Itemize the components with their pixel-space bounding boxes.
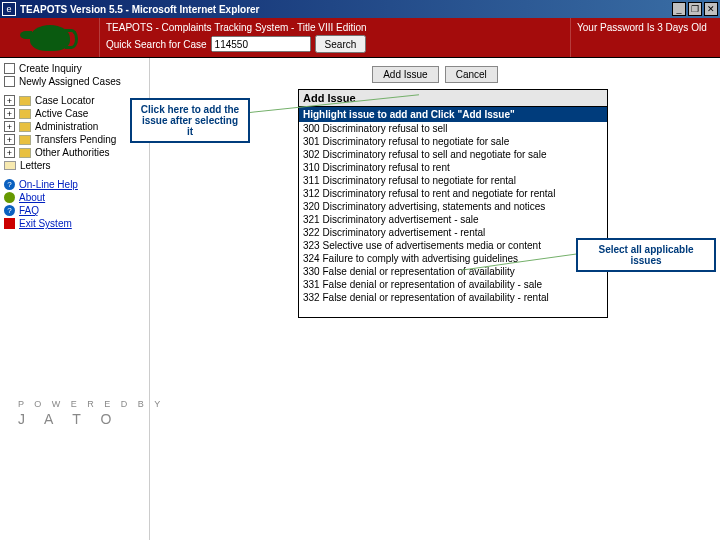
sidebar-tree-item[interactable]: +Administration: [2, 120, 147, 133]
plus-icon: +: [4, 108, 15, 119]
powered-line2: J A T O: [18, 410, 164, 430]
powered-by: P O W E R E D B Y J A T O: [18, 398, 164, 430]
sidebar-link-item[interactable]: About: [2, 191, 147, 204]
powered-line1: P O W E R E D B Y: [18, 398, 164, 411]
folder-icon: [19, 96, 31, 106]
window-controls: _ ❐ ✕: [672, 2, 718, 16]
cancel-button[interactable]: Cancel: [445, 66, 498, 83]
sidebar-link-item[interactable]: ?On-Line Help: [2, 178, 147, 191]
sidebar-item-label: Newly Assigned Cases: [19, 76, 121, 87]
window-titlebar: e TEAPOTS Version 5.5 - Microsoft Intern…: [0, 0, 720, 18]
sidebar-link-label[interactable]: On-Line Help: [19, 179, 78, 190]
issue-list-item[interactable]: 311 Discriminatory refusal to negotiate …: [299, 174, 607, 187]
sidebar-tree-item[interactable]: +Other Authorities: [2, 146, 147, 159]
issue-list-item[interactable]: 324 Failure to comply with advertising g…: [299, 252, 607, 265]
logo-cell: [0, 18, 100, 57]
ie-icon: e: [2, 2, 16, 16]
issue-list-item[interactable]: 331 False denial or representation of av…: [299, 278, 607, 291]
issue-list-item[interactable]: 323 Selective use of advertisements medi…: [299, 239, 607, 252]
sidebar-item-label: Transfers Pending: [35, 134, 116, 145]
issue-list-item[interactable]: 310 Discriminatory refusal to rent: [299, 161, 607, 174]
callout-add-issue: Click here to add the issue after select…: [130, 98, 250, 143]
add-issue-panel: Add Issue Highlight issue to add and Cli…: [298, 89, 608, 318]
quick-search-row: Quick Search for Case Search: [106, 35, 564, 53]
issue-listbox[interactable]: 300 Discriminatory refusal to sell301 Di…: [299, 122, 607, 317]
close-button[interactable]: ✕: [704, 2, 718, 16]
folder-icon: [19, 135, 31, 145]
content-area: Add Issue Cancel Click here to add the i…: [150, 58, 720, 540]
search-button[interactable]: Search: [315, 35, 367, 53]
banner-middle: TEAPOTS - Complaints Tracking System - T…: [100, 18, 570, 57]
sidebar-link-item[interactable]: ?FAQ: [2, 204, 147, 217]
plus-icon: +: [4, 147, 15, 158]
app-banner: TEAPOTS - Complaints Tracking System - T…: [0, 18, 720, 58]
issue-list-item[interactable]: 301 Discriminatory refusal to negotiate …: [299, 135, 607, 148]
action-button-row: Add Issue Cancel: [158, 66, 712, 83]
plus-icon: +: [4, 134, 15, 145]
sidebar-link-label[interactable]: FAQ: [19, 205, 39, 216]
envelope-icon: [4, 161, 16, 170]
issue-list-item[interactable]: 332 False denial or representation of av…: [299, 291, 607, 304]
issue-list-item[interactable]: 330 False denial or representation of av…: [299, 265, 607, 278]
issue-list-item[interactable]: 300 Discriminatory refusal to sell: [299, 122, 607, 135]
panel-title: Add Issue: [299, 90, 607, 107]
box-icon: [4, 76, 15, 87]
minimize-button[interactable]: _: [672, 2, 686, 16]
box-icon: [4, 63, 15, 74]
issue-list-item[interactable]: 312 Discriminatory refusal to rent and n…: [299, 187, 607, 200]
sidebar-item-label: Administration: [35, 121, 98, 132]
issue-list-item[interactable]: 322 Discriminatory advertisement - renta…: [299, 226, 607, 239]
main-area: Create InquiryNewly Assigned Cases +Case…: [0, 58, 720, 540]
plus-icon: +: [4, 121, 15, 132]
exit-icon: [4, 218, 15, 229]
folder-icon: [19, 148, 31, 158]
sidebar-link-label[interactable]: About: [19, 192, 45, 203]
folder-icon: [19, 109, 31, 119]
issue-list-item[interactable]: 302 Discriminatory refusal to sell and n…: [299, 148, 607, 161]
callout-select-issues: Select all applicable issues: [576, 238, 716, 272]
teapot-logo-icon: [30, 25, 70, 51]
help-icon: ?: [4, 205, 15, 216]
sidebar-link-item[interactable]: Exit System: [2, 217, 147, 230]
gear-icon: [4, 192, 15, 203]
sidebar-top-item[interactable]: Newly Assigned Cases: [2, 75, 147, 88]
sidebar-item-label: Other Authorities: [35, 147, 109, 158]
folder-icon: [19, 122, 31, 132]
window-title: TEAPOTS Version 5.5 - Microsoft Internet…: [20, 4, 672, 15]
sidebar-tree-item[interactable]: +Active Case: [2, 107, 147, 120]
add-issue-button[interactable]: Add Issue: [372, 66, 438, 83]
issue-list-item[interactable]: 320 Discriminatory advertising, statemen…: [299, 200, 607, 213]
sidebar-tree-item[interactable]: +Case Locator: [2, 94, 147, 107]
plus-icon: +: [4, 95, 15, 106]
sidebar-tree-item[interactable]: Letters: [2, 159, 147, 172]
password-notice: Your Password Is 3 Days Old: [570, 18, 720, 57]
sidebar-item-label: Letters: [20, 160, 51, 171]
quick-search-input[interactable]: [211, 36, 311, 52]
maximize-button[interactable]: ❐: [688, 2, 702, 16]
quick-search-label: Quick Search for Case: [106, 39, 207, 50]
sidebar-item-label: Create Inquiry: [19, 63, 82, 74]
app-title: TEAPOTS - Complaints Tracking System - T…: [106, 22, 564, 33]
sidebar: Create InquiryNewly Assigned Cases +Case…: [0, 58, 150, 540]
issue-list-item[interactable]: 321 Discriminatory advertisement - sale: [299, 213, 607, 226]
sidebar-top-item[interactable]: Create Inquiry: [2, 62, 147, 75]
sidebar-item-label: Case Locator: [35, 95, 94, 106]
help-icon: ?: [4, 179, 15, 190]
sidebar-link-label[interactable]: Exit System: [19, 218, 72, 229]
panel-subtitle: Highlight issue to add and Click "Add Is…: [299, 107, 607, 122]
sidebar-tree-item[interactable]: +Transfers Pending: [2, 133, 147, 146]
sidebar-item-label: Active Case: [35, 108, 88, 119]
